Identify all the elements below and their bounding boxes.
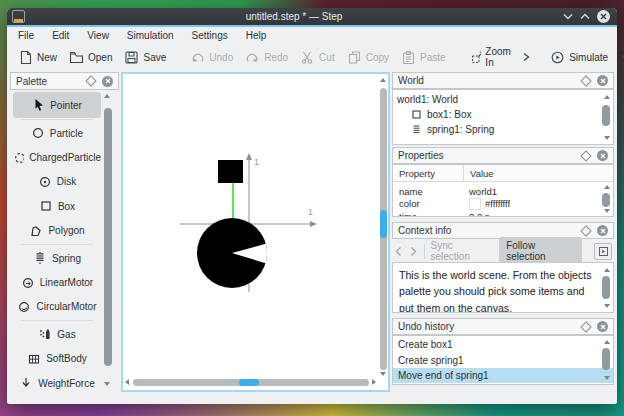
- charged-particle-icon: [13, 151, 24, 165]
- undo-item-create-spring1[interactable]: Create spring1: [393, 352, 613, 367]
- minimize-icon[interactable]: [563, 13, 573, 20]
- scroll-down-icon[interactable]: [604, 209, 610, 213]
- cut-button[interactable]: Cut: [294, 46, 341, 69]
- palette-item-polygon[interactable]: Polygon: [13, 219, 101, 243]
- palette-item-box[interactable]: Box: [13, 194, 101, 218]
- new-button[interactable]: New: [12, 46, 63, 69]
- world-close-icon[interactable]: [597, 75, 608, 86]
- undo-item-move-end-of-spring1[interactable]: Move end of spring1: [393, 368, 613, 383]
- property-row-time[interactable]: time 0.0 s: [393, 210, 613, 217]
- undo-item-create-box1[interactable]: Create box1: [393, 337, 613, 352]
- properties-close-icon[interactable]: [597, 150, 608, 161]
- scroll-up-icon[interactable]: [604, 185, 610, 189]
- properties-column-header[interactable]: Property Value: [393, 165, 613, 182]
- canvas-hscrollbar[interactable]: [123, 376, 378, 388]
- palette-item-label: Pointer: [50, 100, 82, 111]
- palette-item-weightforce[interactable]: WeightForce: [13, 371, 101, 392]
- tree-item-box1[interactable]: box1: Box: [393, 107, 613, 122]
- palette-float-icon[interactable]: [85, 75, 96, 86]
- undo-scroll-thumb[interactable]: [602, 348, 610, 370]
- scroll-up-icon[interactable]: [104, 94, 110, 98]
- world-float-icon[interactable]: [580, 75, 591, 86]
- paste-button[interactable]: Paste: [395, 46, 452, 69]
- scene-drawing: 1 1: [122, 73, 377, 391]
- undo-history-float-icon[interactable]: [580, 321, 591, 332]
- redo-button[interactable]: Redo: [239, 46, 294, 69]
- menu-file[interactable]: File: [9, 28, 43, 43]
- palette-item-particle[interactable]: Particle: [13, 121, 101, 145]
- palette-item-spring[interactable]: Spring: [13, 246, 101, 270]
- scroll-left-icon[interactable]: [125, 379, 129, 385]
- scroll-down-icon[interactable]: [604, 376, 610, 380]
- box1-object[interactable]: [218, 160, 243, 183]
- tree-item-world1[interactable]: world1: World: [393, 90, 613, 107]
- context-scroll-thumb[interactable]: [602, 276, 610, 299]
- scroll-right-icon[interactable]: [372, 379, 376, 385]
- palette-close-icon[interactable]: [102, 76, 113, 87]
- palette-item-gas[interactable]: Gas: [13, 322, 101, 346]
- zoom-in-button[interactable]: Zoom In: [464, 42, 521, 72]
- property-row-color[interactable]: color #ffffffff: [393, 198, 613, 211]
- maximize-icon[interactable]: [580, 13, 590, 20]
- open-in-browser-button[interactable]: [594, 243, 612, 260]
- palette-item-label: ChargedParticle: [29, 152, 101, 163]
- new-label: New: [37, 52, 57, 63]
- y-axis-arrow: [246, 153, 252, 160]
- follow-selection-button[interactable]: Follow selection: [499, 237, 582, 265]
- scroll-up-icon[interactable]: [604, 95, 610, 99]
- polygon-icon: [29, 224, 43, 238]
- back-icon[interactable]: [394, 246, 403, 257]
- forward-icon[interactable]: [409, 246, 418, 257]
- palette-item-linearmotor[interactable]: LinearMotor: [13, 270, 101, 294]
- copy-button[interactable]: Copy: [341, 46, 395, 69]
- sync-selection-button[interactable]: Sync selection: [430, 240, 493, 262]
- menu-help[interactable]: Help: [237, 28, 276, 43]
- palette-item-label: LinearMotor: [40, 277, 93, 288]
- properties-scroll-thumb[interactable]: [602, 193, 610, 207]
- menu-view[interactable]: View: [78, 28, 118, 43]
- zoom-in-label: Zoom In: [485, 46, 514, 68]
- palette-item-softbody[interactable]: SoftBody: [13, 347, 101, 371]
- menu-simulation[interactable]: Simulation: [118, 28, 183, 43]
- simulate-dropdown-icon[interactable]: [620, 53, 624, 61]
- weight-force-icon: [19, 376, 33, 390]
- simulate-button[interactable]: Simulate: [544, 46, 614, 69]
- palette-separator: [21, 320, 93, 321]
- world-scroll-thumb[interactable]: [602, 105, 610, 126]
- world-title: World: [398, 75, 424, 86]
- canvas-vscrollbar[interactable]: [378, 76, 388, 388]
- property-row-name[interactable]: name world1: [393, 185, 613, 198]
- palette-item-pointer[interactable]: Pointer: [13, 92, 101, 118]
- scroll-down-icon[interactable]: [604, 136, 610, 140]
- save-button[interactable]: Save: [118, 46, 172, 69]
- properties-panel-header: Properties: [392, 147, 614, 164]
- context-info-close-icon[interactable]: [597, 225, 608, 236]
- palette-scrollbar-thumb[interactable]: [104, 108, 112, 366]
- properties-float-icon[interactable]: [580, 150, 591, 161]
- scroll-up-icon[interactable]: [604, 340, 610, 344]
- undo-button[interactable]: Undo: [184, 46, 239, 69]
- menu-edit[interactable]: Edit: [43, 28, 78, 43]
- context-info-body: This is the world scene. From the object…: [392, 262, 614, 313]
- scroll-up-icon[interactable]: [380, 78, 386, 82]
- palette-scrollbar[interactable]: [103, 94, 112, 386]
- toolbar-overflow-icon[interactable]: [520, 51, 532, 63]
- open-button[interactable]: Open: [63, 46, 118, 69]
- zoom-in-icon: [470, 50, 482, 65]
- palette-item-chargedparticle[interactable]: ChargedParticle: [13, 145, 101, 169]
- context-info-float-icon[interactable]: [580, 225, 591, 236]
- open-folder-icon: [69, 50, 84, 65]
- palette-item-circularmotor[interactable]: CircularMotor: [13, 295, 101, 319]
- scroll-down-icon[interactable]: [104, 382, 110, 386]
- scroll-up-icon[interactable]: [604, 268, 610, 272]
- undo-history-close-icon[interactable]: [597, 321, 608, 332]
- palette-item-disk[interactable]: Disk: [13, 170, 101, 194]
- scroll-down-icon[interactable]: [604, 304, 610, 308]
- close-icon[interactable]: [597, 10, 610, 23]
- tree-item-spring1[interactable]: spring1: Spring: [393, 122, 613, 137]
- canvas-hscroll-thumb[interactable]: [239, 379, 259, 386]
- canvas-vscroll-thumb[interactable]: [380, 210, 387, 238]
- scroll-down-icon[interactable]: [380, 372, 386, 376]
- menu-settings[interactable]: Settings: [183, 28, 237, 43]
- simulate-label: Simulate: [569, 52, 608, 63]
